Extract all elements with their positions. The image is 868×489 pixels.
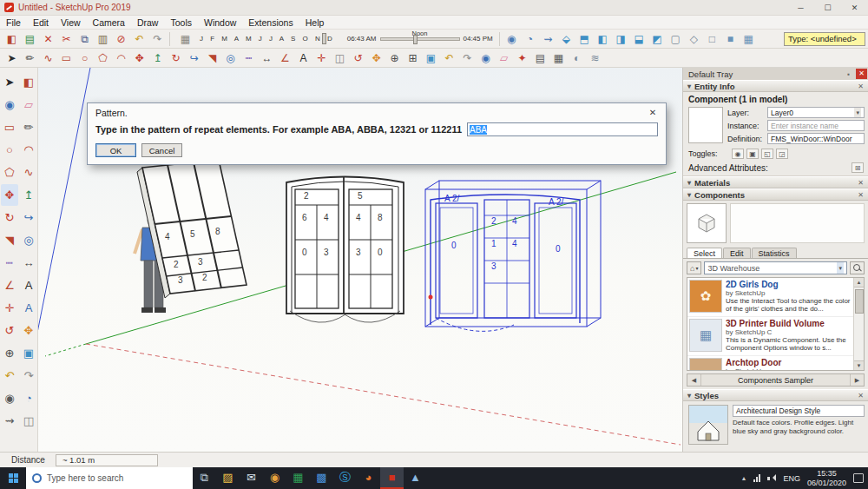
- component-attributes-icon[interactable]: ▦: [549, 50, 568, 66]
- select-tool-icon[interactable]: ➤: [3, 50, 21, 66]
- fog-toggle-icon[interactable]: ≋: [586, 50, 604, 66]
- freehand-tool-icon[interactable]: ∿: [20, 162, 37, 183]
- shadow-time-slider-handle[interactable]: [413, 35, 418, 44]
- left-view-icon[interactable]: ◩: [648, 30, 667, 47]
- rotate-tool-icon[interactable]: ↻: [167, 50, 185, 66]
- style-name-field[interactable]: Architectural Design Style: [733, 405, 865, 417]
- pattern-input[interactable]: ABA: [467, 122, 658, 136]
- chevron-down-icon[interactable]: ▾: [854, 108, 861, 117]
- skype-icon[interactable]: Ⓢ: [333, 467, 357, 489]
- search-button[interactable]: [850, 261, 865, 274]
- make-component-icon[interactable]: ◧: [3, 30, 21, 47]
- previous-collection-button[interactable]: ◀: [687, 374, 701, 386]
- window-frame-3-selected[interactable]: [425, 181, 601, 331]
- previous-view-icon[interactable]: ↶: [440, 50, 458, 66]
- mail-icon[interactable]: ✉: [240, 467, 263, 489]
- move-tool-icon[interactable]: ✥: [1, 184, 18, 206]
- next-view-icon[interactable]: ↷: [20, 365, 37, 387]
- task-view-icon[interactable]: ⧉: [193, 467, 216, 489]
- menu-item[interactable]: Window: [198, 17, 242, 29]
- paint-bucket-icon[interactable]: ◉: [1, 94, 18, 116]
- shadows-toggle-icon[interactable]: ◐: [568, 50, 586, 66]
- taskbar-clock[interactable]: 15:35 06/01/2020: [807, 469, 846, 488]
- zoom-extents-icon[interactable]: ▣: [20, 342, 37, 364]
- zoom-extents-icon[interactable]: ▣: [422, 50, 440, 66]
- zoom-window-icon[interactable]: ⊞: [404, 50, 422, 66]
- taskbar-search-box[interactable]: Type here to search: [26, 467, 193, 489]
- interact-tool-icon[interactable]: ✦: [513, 50, 531, 66]
- section-plane-icon[interactable]: ◫: [20, 410, 37, 432]
- advanced-attributes-expand-button[interactable]: ⊞: [852, 162, 864, 173]
- scroll-up-icon[interactable]: ▲: [854, 278, 865, 287]
- walk-tool-icon[interactable]: ⇝: [1, 410, 18, 432]
- arc-tool-icon[interactable]: ◠: [112, 50, 130, 66]
- walk-icon[interactable]: ⇝: [539, 30, 557, 47]
- push-pull-tool-icon[interactable]: ↥: [148, 50, 167, 66]
- menu-item[interactable]: Tools: [164, 17, 198, 29]
- offset-tool-icon[interactable]: ◎: [20, 229, 37, 251]
- shadow-time-track[interactable]: Noon: [380, 37, 460, 41]
- receive-shadows-toggle-icon[interactable]: ◱: [761, 149, 773, 159]
- protractor-tool-icon[interactable]: ∠: [276, 50, 294, 66]
- previous-view-icon[interactable]: ↶: [1, 365, 18, 387]
- menu-item[interactable]: Camera: [87, 17, 131, 29]
- ok-button[interactable]: OK: [95, 143, 136, 157]
- redo-icon[interactable]: ↷: [148, 30, 167, 47]
- menu-item[interactable]: View: [55, 17, 87, 29]
- tape-measure-icon[interactable]: ┉: [1, 252, 18, 274]
- instance-input[interactable]: Enter instance name: [767, 120, 865, 131]
- orbit-tool-icon[interactable]: ↺: [1, 320, 18, 341]
- menu-item[interactable]: Extensions: [242, 17, 299, 29]
- iso-view-icon[interactable]: ⬙: [557, 30, 575, 47]
- pan-tool-icon[interactable]: ✥: [20, 320, 37, 341]
- paint-bucket-icon[interactable]: ◉: [477, 50, 495, 66]
- shadow-settings-icon[interactable]: ▦: [176, 30, 194, 47]
- copy-icon[interactable]: ⧉: [76, 30, 94, 47]
- eraser-tool-icon[interactable]: ▱: [495, 50, 513, 66]
- follow-me-tool-icon[interactable]: ↪: [185, 50, 203, 66]
- calculator-icon[interactable]: ▩: [310, 467, 333, 489]
- network-icon[interactable]: [753, 474, 760, 482]
- protractor-tool-icon[interactable]: ∠: [1, 274, 18, 296]
- notification-center-icon[interactable]: [853, 473, 864, 483]
- materials-header[interactable]: ▾ Materials ✕: [683, 176, 868, 188]
- top-view-icon[interactable]: ⬒: [575, 30, 594, 47]
- hidden-line-icon[interactable]: □: [703, 30, 721, 47]
- zoom-tool-icon[interactable]: ⊕: [1, 342, 18, 364]
- sketchup-taskbar-icon[interactable]: ■: [380, 467, 404, 489]
- component-list-item[interactable]: ▦ 3D Printer Build Volume by SketchUp C …: [687, 317, 864, 356]
- dimension-tool-icon[interactable]: ↔: [20, 252, 37, 274]
- styles-close-icon[interactable]: ✕: [858, 392, 864, 400]
- textured-icon[interactable]: ▦: [740, 30, 758, 47]
- in-model-button[interactable]: ⌂ ▾: [687, 261, 701, 274]
- select-tool-icon[interactable]: ➤: [1, 71, 18, 93]
- circle-tool-icon[interactable]: ○: [1, 139, 18, 161]
- next-view-icon[interactable]: ↷: [458, 50, 477, 66]
- text-tool-icon[interactable]: A: [294, 50, 312, 66]
- locked-toggle-icon[interactable]: ▣: [746, 149, 759, 159]
- move-tool-icon[interactable]: ✥: [130, 50, 148, 66]
- warehouse-source-combo[interactable]: 3D Warehouse ▾: [704, 261, 847, 274]
- scroll-down-icon[interactable]: ▼: [854, 360, 865, 370]
- measurements-box[interactable]: ~ 1.01 m: [56, 454, 158, 466]
- text-tool-icon[interactable]: A: [20, 274, 37, 296]
- tab-edit[interactable]: Edit: [723, 248, 751, 258]
- cancel-button[interactable]: Cancel: [141, 143, 182, 157]
- hidden-toggle-icon[interactable]: ◉: [732, 149, 744, 159]
- rectangle-tool-icon[interactable]: ▭: [57, 50, 76, 66]
- shadow-date-slider-handle[interactable]: [322, 33, 326, 44]
- right-view-icon[interactable]: ◨: [612, 30, 630, 47]
- scale-tool-icon[interactable]: ◥: [1, 229, 18, 251]
- photos-icon[interactable]: ▲: [404, 467, 427, 489]
- language-indicator[interactable]: ENG: [783, 474, 800, 483]
- file-explorer-icon[interactable]: ▨: [216, 467, 240, 489]
- pan-tool-icon[interactable]: ✥: [367, 50, 385, 66]
- 3d-text-tool-icon[interactable]: A: [20, 297, 37, 319]
- rotate-tool-icon[interactable]: ↻: [1, 207, 18, 228]
- component-options-icon[interactable]: ▤: [531, 50, 549, 66]
- dialog-titlebar[interactable]: Pattern. ✕: [88, 103, 666, 122]
- line-tool-icon[interactable]: ✏: [21, 50, 39, 66]
- component-list-item[interactable]: ∩ Archtop Door by SketchUp: [687, 356, 864, 371]
- scrollbar-thumb[interactable]: [855, 289, 864, 314]
- entity-info-close-icon[interactable]: ✕: [858, 83, 864, 90]
